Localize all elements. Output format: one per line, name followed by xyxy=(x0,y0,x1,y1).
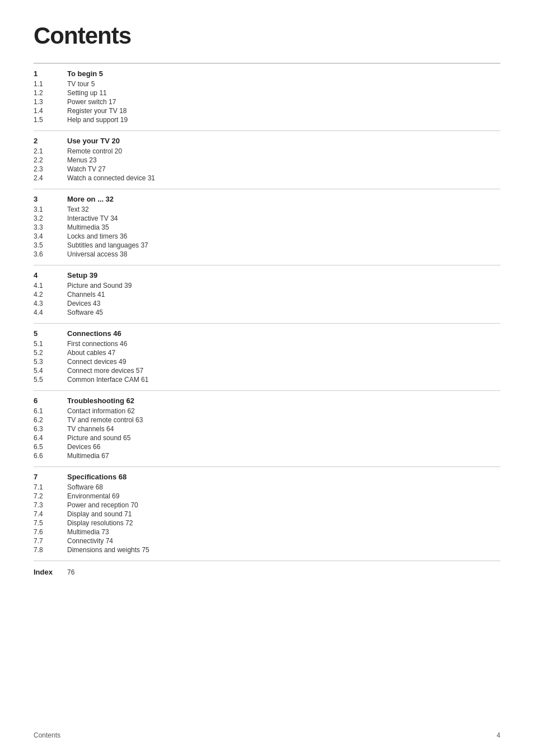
item-title-3.4: Locks and timers 36 xyxy=(67,232,127,240)
toc-item-3.6: 3.6Universal access 38 xyxy=(34,250,500,258)
item-num-5.3: 5.3 xyxy=(34,358,67,366)
item-title-3.3: Multimedia 35 xyxy=(67,223,109,231)
item-num-1.2: 1.2 xyxy=(34,89,67,97)
footer-right: 4 xyxy=(496,731,500,739)
toc-item-3.3: 3.3Multimedia 35 xyxy=(34,223,500,231)
section-header-5: 5Connections 46 xyxy=(34,329,500,338)
item-num-3.3: 3.3 xyxy=(34,223,67,231)
item-title-6.1: Contact information 62 xyxy=(67,407,135,415)
toc-item-3.4: 3.4Locks and timers 36 xyxy=(34,232,500,240)
item-title-3.5: Subtitles and languages 37 xyxy=(67,241,148,249)
item-title-7.6: Multimedia 73 xyxy=(67,528,109,536)
section-title-4: Setup 39 xyxy=(67,271,97,279)
section-num-5: 5 xyxy=(34,329,67,338)
section-num-6: 6 xyxy=(34,396,67,405)
item-title-4.2: Channels 41 xyxy=(67,291,105,298)
section-num-3: 3 xyxy=(34,195,67,203)
section-title-1: To begin 5 xyxy=(67,69,103,78)
toc-item-3.5: 3.5Subtitles and languages 37 xyxy=(34,241,500,249)
item-num-3.6: 3.6 xyxy=(34,250,67,258)
item-num-7.7: 7.7 xyxy=(34,537,67,545)
item-title-6.6: Multimedia 67 xyxy=(67,452,109,460)
item-title-7.4: Display and sound 71 xyxy=(67,510,132,518)
toc-item-7.3: 7.3Power and reception 70 xyxy=(34,501,500,509)
item-title-1.2: Setting up 11 xyxy=(67,89,107,97)
item-title-6.4: Picture and sound 65 xyxy=(67,434,130,442)
toc-item-6.5: 6.5Devices 66 xyxy=(34,443,500,451)
toc-item-6.4: 6.4Picture and sound 65 xyxy=(34,434,500,442)
item-title-6.3: TV channels 64 xyxy=(67,425,114,433)
item-title-4.4: Software 45 xyxy=(67,309,103,316)
index-item: Index 76 xyxy=(34,568,500,576)
toc-item-1.1: 1.1TV tour 5 xyxy=(34,80,500,88)
item-num-5.5: 5.5 xyxy=(34,376,67,384)
item-title-3.2: Interactive TV 34 xyxy=(67,214,118,222)
toc-item-7.5: 7.5Display resolutions 72 xyxy=(34,519,500,527)
item-num-3.5: 3.5 xyxy=(34,241,67,249)
item-num-4.4: 4.4 xyxy=(34,309,67,316)
section-6: 6Troubleshooting 626.1Contact informatio… xyxy=(34,391,500,467)
item-title-3.6: Universal access 38 xyxy=(67,250,127,258)
item-title-2.1: Remote control 20 xyxy=(67,147,122,155)
toc-item-5.4: 5.4Connect more devices 57 xyxy=(34,367,500,375)
item-title-4.3: Devices 43 xyxy=(67,300,100,307)
toc-item-3.2: 3.2Interactive TV 34 xyxy=(34,214,500,222)
toc-item-2.4: 2.4Watch a connected device 31 xyxy=(34,174,500,182)
item-num-6.6: 6.6 xyxy=(34,452,67,460)
item-num-5.4: 5.4 xyxy=(34,367,67,375)
toc-item-4.2: 4.2Channels 41 xyxy=(34,291,500,298)
toc-item-5.5: 5.5Common Interface CAM 61 xyxy=(34,376,500,384)
toc-item-2.1: 2.1Remote control 20 xyxy=(34,147,500,155)
item-num-4.3: 4.3 xyxy=(34,300,67,307)
item-title-7.1: Software 68 xyxy=(67,483,103,491)
item-title-7.5: Display resolutions 72 xyxy=(67,519,133,527)
item-num-7.2: 7.2 xyxy=(34,492,67,500)
item-title-5.2: About cables 47 xyxy=(67,349,115,357)
toc-item-5.1: 5.1First connections 46 xyxy=(34,340,500,348)
section-num-4: 4 xyxy=(34,271,67,279)
item-title-7.8: Dimensions and weights 75 xyxy=(67,546,149,554)
item-num-7.4: 7.4 xyxy=(34,510,67,518)
item-title-5.4: Connect more devices 57 xyxy=(67,367,143,375)
item-num-4.2: 4.2 xyxy=(34,291,67,298)
item-num-1.3: 1.3 xyxy=(34,98,67,106)
item-num-6.1: 6.1 xyxy=(34,407,67,415)
item-num-7.5: 7.5 xyxy=(34,519,67,527)
item-title-1.4: Register your TV 18 xyxy=(67,107,127,115)
toc-container: 1To begin 51.1TV tour 51.2Setting up 111… xyxy=(34,64,500,561)
item-title-1.3: Power switch 17 xyxy=(67,98,116,106)
section-title-3: More on ... 32 xyxy=(67,195,114,203)
toc-item-5.3: 5.3Connect devices 49 xyxy=(34,358,500,366)
footer-left: Contents xyxy=(34,731,60,739)
page: Contents 1To begin 51.1TV tour 51.2Setti… xyxy=(0,0,534,756)
toc-item-4.1: 4.1Picture and Sound 39 xyxy=(34,282,500,290)
toc-item-6.3: 6.3TV channels 64 xyxy=(34,425,500,433)
item-title-7.3: Power and reception 70 xyxy=(67,501,138,509)
item-num-6.4: 6.4 xyxy=(34,434,67,442)
item-num-2.2: 2.2 xyxy=(34,156,67,164)
section-5: 5Connections 465.1First connections 465.… xyxy=(34,324,500,391)
section-3: 3More on ... 323.1Text 323.2Interactive … xyxy=(34,189,500,265)
section-2: 2Use your TV 202.1Remote control 202.2Me… xyxy=(34,131,500,189)
item-num-6.3: 6.3 xyxy=(34,425,67,433)
toc-item-1.2: 1.2Setting up 11 xyxy=(34,89,500,97)
section-num-7: 7 xyxy=(34,473,67,481)
index-section: Index 76 xyxy=(34,561,500,583)
section-header-6: 6Troubleshooting 62 xyxy=(34,396,500,405)
item-title-5.5: Common Interface CAM 61 xyxy=(67,376,148,384)
toc-item-2.3: 2.3Watch TV 27 xyxy=(34,165,500,173)
item-num-2.1: 2.1 xyxy=(34,147,67,155)
item-num-7.8: 7.8 xyxy=(34,546,67,554)
section-header-4: 4Setup 39 xyxy=(34,271,500,279)
item-title-3.1: Text 32 xyxy=(67,206,89,213)
toc-item-6.2: 6.2TV and remote control 63 xyxy=(34,416,500,424)
item-title-1.5: Help and support 19 xyxy=(67,116,128,124)
item-num-1.1: 1.1 xyxy=(34,80,67,88)
toc-item-6.6: 6.6Multimedia 67 xyxy=(34,452,500,460)
item-num-7.3: 7.3 xyxy=(34,501,67,509)
item-num-6.5: 6.5 xyxy=(34,443,67,451)
item-title-5.1: First connections 46 xyxy=(67,340,127,348)
toc-item-4.4: 4.4Software 45 xyxy=(34,309,500,316)
item-num-3.4: 3.4 xyxy=(34,232,67,240)
toc-item-7.8: 7.8Dimensions and weights 75 xyxy=(34,546,500,554)
